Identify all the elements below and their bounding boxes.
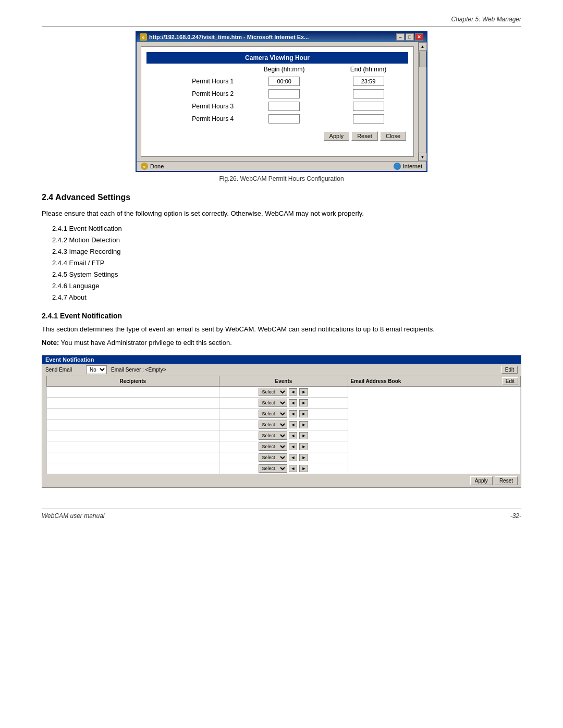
list-item: 2.4.5 System Settings [52,269,521,280]
section-intro: Please ensure that each of the following… [42,208,521,219]
scroll-up-arrow[interactable]: ▲ [419,42,427,51]
list-item: 2.4.7 About [52,292,521,303]
chapter-header: Chapter 5: Web Manager [42,16,521,27]
action-buttons: Apply Reset Close [146,131,408,141]
event-select-1[interactable]: Select [259,388,287,396]
page-container: Chapter 5: Web Manager e http://192.168.… [0,0,563,728]
chapter-title: Chapter 5: Web Manager [451,16,521,23]
list-item: 2.4.3 Image Recording [52,246,521,257]
event-select-5[interactable]: Select [259,431,287,440]
left-arrow-7[interactable]: ◄ [289,454,298,461]
event-select-4[interactable]: Select [259,421,287,429]
list-item: 2.4.6 Language [52,280,521,292]
reset-button[interactable]: Reset [351,131,378,141]
en-footer: Apply Reset [42,474,521,487]
subsection-body: This section determines the type of even… [42,324,521,335]
email-server-label: Email Server : <Empty> [111,367,497,373]
permit-hours-4-begin[interactable] [268,114,300,124]
ie-window: e http://192.168.0.247/visit_time.htm - … [136,31,427,172]
scroll-thumb[interactable] [419,52,426,67]
left-arrow-3[interactable]: ◄ [289,410,298,417]
note-label: Note: [42,339,59,347]
right-arrow-7[interactable]: ► [299,454,308,461]
email-server-edit-button[interactable]: Edit [501,366,518,374]
permit-hours-1-begin[interactable] [268,77,300,86]
internet-icon: 🌐 [394,163,401,170]
page-icon: e [141,163,148,170]
list-item: 2.4.4 Email / FTP [52,257,521,269]
right-arrow-8[interactable]: ► [299,465,308,472]
en-table-row: Select ◄ ► [47,386,521,397]
col-recipients: Recipients [47,376,219,386]
status-internet: Internet [403,163,422,169]
right-arrow-3[interactable]: ► [299,410,308,417]
event-notification-panel: Event Notification Send Email No Yes Ema… [42,355,521,488]
en-table-wrapper: Recipients Events Email Address Book Edi… [42,376,521,474]
apply-button[interactable]: Apply [324,131,350,141]
left-arrow-5[interactable]: ◄ [289,432,298,439]
table-row: Permit Hours 4 [146,113,408,125]
right-arrow-5[interactable]: ► [299,432,308,439]
permit-hours-2-begin[interactable] [268,89,300,98]
en-table-header-row: Recipients Events Email Address Book Edi… [47,376,521,386]
ie-content: Camera Viewing Hour Begin (hh:mm) End (h… [141,46,414,157]
footer-right: -32- [510,512,521,520]
left-arrow-6[interactable]: ◄ [289,443,298,450]
close-window-button[interactable]: ✕ [415,33,423,41]
status-right: 🌐 Internet [394,163,422,170]
event-cell-1: Select ◄ ► [219,386,348,397]
list-item: 2.4.1 Event Notification [52,223,521,235]
section-title: 2.4 Advanced Settings [42,193,521,202]
event-select-3[interactable]: Select [259,410,287,418]
permit-hours-1-end[interactable] [353,77,384,86]
col-address-book: Email Address Book Edit [348,376,521,386]
permit-hours-4-end[interactable] [353,114,384,124]
permit-hours-2-end[interactable] [353,89,384,98]
minimize-button[interactable]: – [396,33,405,41]
send-email-row: Send Email No Yes Email Server : <Empty>… [42,364,521,376]
ie-statusbar: e Done 🌐 Internet [137,161,426,171]
page-footer: WebCAM user manual -32- [42,509,521,520]
event-select-7[interactable]: Select [259,453,287,462]
left-arrow-4[interactable]: ◄ [289,421,298,428]
left-arrow-8[interactable]: ◄ [289,465,298,472]
permit-hours-4-label: Permit Hours 4 [146,113,240,125]
right-arrow-4[interactable]: ► [299,421,308,428]
event-select-6[interactable]: Select [259,442,287,451]
permit-hours-3-begin[interactable] [268,102,300,111]
recipient-cell-1 [47,386,219,397]
right-arrow-1[interactable]: ► [299,388,308,396]
footer-left: WebCAM user manual [42,512,105,520]
send-email-select[interactable]: No Yes [86,365,107,374]
event-select-8[interactable]: Select [259,464,287,473]
send-email-label: Send Email [45,367,82,373]
permit-hours-2-label: Permit Hours 2 [146,88,240,100]
status-done: Done [150,163,164,169]
address-book-edit-button[interactable]: Edit [502,377,518,385]
maximize-button[interactable]: □ [406,33,414,41]
right-arrow-6[interactable]: ► [299,443,308,450]
event-select-2[interactable]: Select [259,399,287,407]
permit-hours-1-label: Permit Hours 1 [146,75,240,88]
table-row: Permit Hours 1 [146,75,408,88]
permit-hours-3-end[interactable] [353,102,384,111]
ie-titlebar-buttons: – □ ✕ [396,33,423,41]
address-cell-1 [348,386,521,474]
scroll-down-arrow[interactable]: ▼ [419,153,427,161]
scrollbar: ▲ ▼ [418,42,426,161]
ie-browser-icon: e [140,33,147,41]
right-arrow-2[interactable]: ► [299,399,308,406]
section-list: 2.4.1 Event Notification 2.4.2 Motion De… [52,223,521,304]
close-button[interactable]: Close [380,131,406,141]
permit-hours-3-label: Permit Hours 3 [146,100,240,113]
ie-window-title: http://192.168.0.247/visit_time.htm - Mi… [149,34,309,40]
left-arrow-2[interactable]: ◄ [289,399,298,406]
figure-caption: Fig.26. WebCAM Permit Hours Configuratio… [42,175,521,182]
left-arrow-1[interactable]: ◄ [289,388,298,396]
ie-titlebar: e http://192.168.0.247/visit_time.htm - … [137,32,426,42]
col-begin-header: Begin (hh:mm) [240,64,328,75]
ie-titlebar-left: e http://192.168.0.247/visit_time.htm - … [140,33,309,41]
en-reset-button[interactable]: Reset [495,476,518,485]
en-apply-button[interactable]: Apply [470,476,493,485]
col-events: Events [219,376,348,386]
